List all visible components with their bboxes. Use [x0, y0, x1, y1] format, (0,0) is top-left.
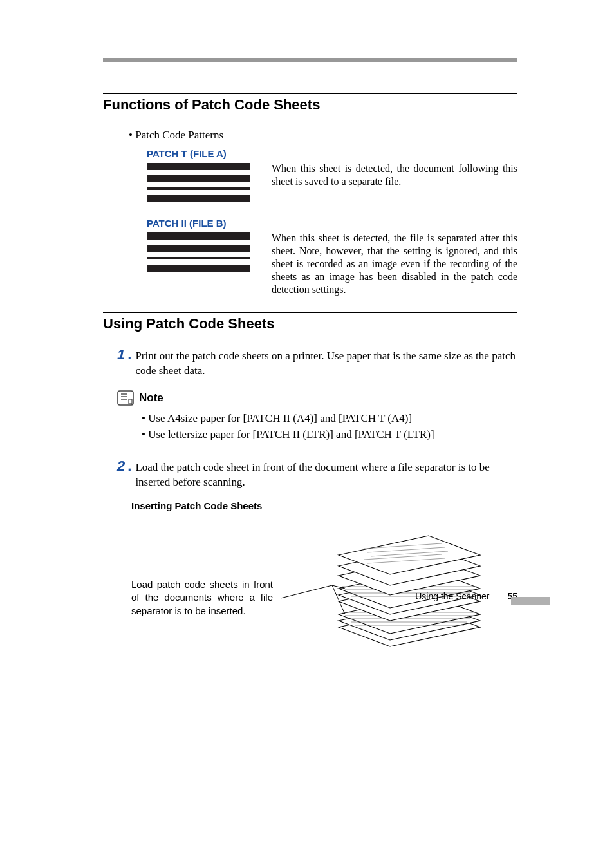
step-1-text: Print out the patch code sheets on a pri… [135, 348, 517, 379]
barcode-bar [147, 187, 250, 190]
footer-tab [511, 597, 550, 605]
note-bullets: • Use A4size paper for [PATCH II (A4)] a… [142, 411, 517, 442]
top-rule [103, 58, 517, 62]
barcode-bar [147, 175, 250, 182]
inserting-title: Inserting Patch Code Sheets [131, 500, 517, 511]
patch-ii-block: PATCH II (FILE B) When this sheet is det… [129, 218, 517, 296]
barcode-bar [147, 265, 250, 272]
step-2-number: 2 [117, 459, 125, 473]
patch-t-title: PATCH T (FILE A) [147, 148, 256, 159]
barcode-bar [147, 232, 250, 240]
footer-text: Using the Scanner [415, 591, 489, 601]
step-1-dot: . [127, 348, 131, 362]
page: Functions of Patch Code Sheets • Patch C… [0, 0, 614, 653]
step-2: 2 . Load the patch code sheet in front o… [117, 459, 517, 490]
step-1-number: 1 [117, 348, 125, 362]
patch-t-desc: When this sheet is detected, the documen… [272, 148, 517, 188]
note-head: Note [117, 390, 517, 406]
step-2-dot: . [127, 459, 131, 473]
patch-ii-left: PATCH II (FILE B) [147, 218, 256, 272]
note-bullet-1: • Use A4size paper for [PATCH II (A4)] a… [142, 411, 517, 427]
patch-t-left: PATCH T (FILE A) [147, 148, 256, 202]
patch-ii-title: PATCH II (FILE B) [147, 218, 256, 229]
barcode-bar [147, 245, 250, 252]
patch-ii-bars [147, 232, 250, 272]
note-label: Note [139, 392, 163, 404]
paper-stack-diagram [281, 524, 499, 653]
patch-t-block: PATCH T (FILE A) When this sheet is dete… [129, 148, 517, 202]
svg-line-29 [332, 585, 345, 589]
patterns-block: • Patch Code Patterns PATCH T (FILE A) W… [129, 129, 517, 296]
step-1: 1 . Print out the patch code sheets on a… [117, 348, 517, 379]
note-bullet-2: • Use lettersize paper for [PATCH II (LT… [142, 427, 517, 443]
step-2-text: Load the patch code sheet in front of th… [135, 459, 517, 490]
barcode-bar [147, 195, 250, 202]
note-icon [117, 390, 134, 406]
section-title-functions: Functions of Patch Code Sheets [103, 93, 517, 113]
barcode-bar [147, 163, 250, 170]
barcode-bar [147, 257, 250, 259]
diagram-caption: Load patch code sheets in front of the d… [131, 578, 273, 618]
section-title-using: Using Patch Code Sheets [103, 312, 517, 332]
patterns-label: • Patch Code Patterns [129, 129, 517, 142]
svg-rect-4 [129, 399, 132, 404]
patch-t-bars [147, 163, 250, 202]
svg-line-5 [281, 585, 332, 598]
patch-ii-desc: When this sheet is detected, the file is… [272, 218, 517, 296]
page-footer: Using the Scanner 55 [415, 591, 517, 601]
svg-rect-0 [118, 391, 133, 405]
diagram-row: Load patch code sheets in front of the d… [131, 524, 517, 653]
